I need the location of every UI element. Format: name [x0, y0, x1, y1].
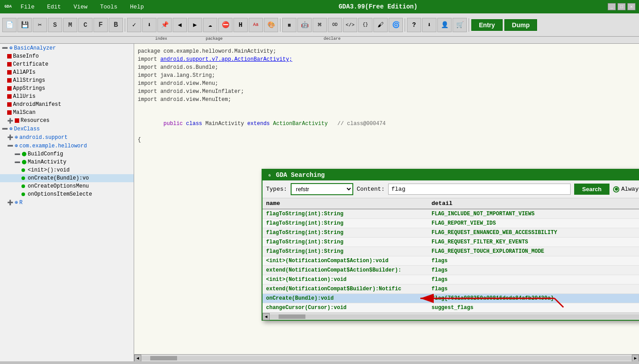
- help-button[interactable]: ?: [407, 18, 421, 32]
- f-button[interactable]: F: [93, 18, 108, 32]
- paint-button[interactable]: 🖌: [373, 18, 388, 32]
- c-button[interactable]: C: [78, 18, 93, 32]
- sidebar-allapis[interactable]: AllAPIs: [0, 68, 134, 76]
- sidebar-resources[interactable]: ➕ Resources: [0, 117, 134, 125]
- green-icon: [22, 152, 26, 156]
- scroll-left-arrow[interactable]: ◀: [134, 355, 141, 362]
- b-button[interactable]: B: [109, 18, 123, 32]
- sidebar-buildconfig[interactable]: ➖ BuildConfig: [0, 150, 134, 158]
- types-select[interactable]: refstr: [291, 183, 353, 195]
- arrow-down-button[interactable]: ⬇: [422, 18, 436, 32]
- green-small-icon: [21, 192, 25, 196]
- scroll-right-arrow[interactable]: ▶: [632, 355, 639, 362]
- spiral-button[interactable]: 🌀: [389, 18, 403, 32]
- result-row[interactable]: <init>(NotificationCompat$Action):void f…: [262, 256, 639, 266]
- sidebar-androidmanifest[interactable]: AndroidManifest: [0, 100, 134, 109]
- menu-help[interactable]: Help: [126, 3, 148, 11]
- dialog-scroll-left[interactable]: ◀: [262, 313, 270, 320]
- sidebar-init[interactable]: <init>():void: [0, 166, 134, 174]
- code-line-7: import android.view.MenuItem;: [138, 96, 635, 104]
- check-button[interactable]: ✓: [127, 18, 141, 32]
- save-button[interactable]: 💾: [17, 18, 32, 32]
- result-row[interactable]: flagToString(int):String FLAG_REQUEST_TO…: [262, 247, 639, 256]
- pin-button[interactable]: 📌: [157, 18, 172, 32]
- result-row[interactable]: extend(NotificationCompat$Action$Builder…: [262, 266, 639, 275]
- result-row[interactable]: flagToString(int):String FLAG_INCLUDE_NO…: [262, 209, 639, 219]
- cell-detail: FLAG_INCLUDE_NOT_IMPORTANT_VIEWS: [432, 211, 639, 217]
- sidebar-certificate[interactable]: Certificate: [0, 60, 134, 68]
- dialog-scrollbar[interactable]: ◀ ▶: [262, 313, 639, 320]
- grid-button[interactable]: ⌘: [313, 18, 327, 32]
- sidebar-mainactivity[interactable]: ➖ MainActivity: [0, 158, 134, 166]
- entry-button[interactable]: Entry: [471, 19, 503, 31]
- sidebar-allstrings[interactable]: AllStrings: [0, 76, 134, 84]
- dialog-scroll-thumb[interactable]: [279, 314, 305, 319]
- menu-edit[interactable]: Edit: [42, 3, 65, 11]
- result-row[interactable]: flagToString(int):String FLAG_REPORT_VIE…: [262, 219, 639, 228]
- cell-name: extend(NotificationCompat$Builder):Notif…: [266, 286, 432, 292]
- dump-button[interactable]: Dump: [504, 19, 537, 31]
- sidebar-r[interactable]: ➕ ⊕ R: [0, 198, 134, 207]
- cell-name: flagToString(int):String: [266, 248, 432, 255]
- menu-tools[interactable]: Tools: [96, 3, 122, 11]
- menu-view[interactable]: View: [69, 3, 92, 11]
- result-row[interactable]: changeCursor(Cursor):void suggest_flags: [262, 303, 639, 313]
- horizontal-scrollbar[interactable]: ◀ ▶: [134, 354, 639, 361]
- code-line-6: import android.view.MenuInflater;: [138, 88, 635, 96]
- m-button[interactable]: M: [63, 18, 77, 32]
- color-button[interactable]: 🎨: [264, 18, 278, 32]
- sidebar-dexclass[interactable]: ➖ ⊕ DexClass: [0, 125, 134, 133]
- menu-file[interactable]: File: [16, 3, 39, 11]
- sidebar-oncreateoptionsmenu[interactable]: onCreateOptionsMenu: [0, 182, 134, 190]
- person-button[interactable]: 👤: [437, 18, 452, 32]
- main-toolbar: 📄 💾 ✂ S M C F B ✓ ⬇ 📌 ◀ ▶ ☁ ⛔ H Aa 🎨 ▦ 🤖…: [0, 13, 639, 37]
- window-controls: _ □ ✕: [608, 3, 635, 10]
- cell-detail: flags: [432, 258, 639, 264]
- sidebar-oncreate[interactable]: onCreate(Bundle):vo: [0, 174, 134, 182]
- search-button[interactable]: Search: [574, 184, 609, 195]
- s-button[interactable]: S: [48, 18, 62, 32]
- scissors-button[interactable]: ✂: [33, 18, 47, 32]
- result-row[interactable]: <init>(Notification):void flags: [262, 275, 639, 285]
- sidebar-alluris[interactable]: AllUris: [0, 92, 134, 100]
- sidebar-android-support[interactable]: ➕ ⊕ android.support: [0, 133, 134, 142]
- forward-button[interactable]: ▶: [188, 18, 202, 32]
- minimize-button[interactable]: _: [608, 3, 616, 10]
- sidebar-com-example[interactable]: ➖ ⊕ com.example.helloword: [0, 142, 134, 150]
- code-line-1: package com.example.helloword.MainActivi…: [138, 47, 635, 55]
- back-button[interactable]: ◀: [173, 18, 187, 32]
- barcode-button[interactable]: ▦: [282, 18, 296, 32]
- maximize-button[interactable]: □: [618, 3, 626, 10]
- scroll-thumb[interactable]: [150, 356, 177, 360]
- android-button[interactable]: 🤖: [297, 18, 312, 32]
- cloud-button[interactable]: ☁: [203, 18, 217, 32]
- result-row[interactable]: flagToString(int):String FLAG_REQUEST_FI…: [262, 238, 639, 247]
- sidebar-malscan[interactable]: MalScan: [0, 109, 134, 117]
- sidebar-onoptionsitem[interactable]: onOptionsItemSelecte: [0, 190, 134, 198]
- sidebar-baseinfo[interactable]: BaseInfo: [0, 52, 134, 60]
- cell-name: flagToString(int):String: [266, 239, 432, 245]
- download-button[interactable]: ⬇: [142, 18, 157, 32]
- aa-button[interactable]: Aa: [249, 18, 263, 32]
- bracket-button[interactable]: {}: [358, 18, 372, 32]
- sidebar-root[interactable]: ➖ ⊕ BasicAnalyzer: [0, 44, 134, 52]
- result-row[interactable]: extend(NotificationCompat$Builder):Notif…: [262, 285, 639, 294]
- code-line-3: import android.os.Bundle;: [138, 63, 635, 71]
- dialog-title-bar: G GDA Searching _ ✕: [262, 170, 639, 180]
- angle-button[interactable]: </>: [343, 18, 357, 32]
- h-button[interactable]: H: [233, 18, 248, 32]
- sep3: [405, 18, 405, 32]
- cart-button[interactable]: 🛒: [453, 18, 467, 32]
- result-row[interactable]: flagToString(int):String FLAG_REQUEST_EN…: [262, 228, 639, 238]
- new-button[interactable]: 📄: [2, 18, 17, 32]
- close-button[interactable]: ✕: [627, 3, 635, 10]
- always-show-radio[interactable]: [613, 186, 619, 192]
- cell-name: flagToString(int):String: [266, 220, 432, 226]
- result-row-selected[interactable]: onCreate(Bundle):void flag{7631a988259a0…: [262, 294, 639, 303]
- stop-button[interactable]: ⛔: [218, 18, 233, 32]
- dialog-scroll-track[interactable]: [270, 314, 639, 319]
- code-button[interactable]: OD: [328, 18, 342, 32]
- scroll-track[interactable]: [141, 356, 632, 360]
- content-input[interactable]: [388, 184, 571, 195]
- sidebar-appstrings[interactable]: AppStrings: [0, 84, 134, 92]
